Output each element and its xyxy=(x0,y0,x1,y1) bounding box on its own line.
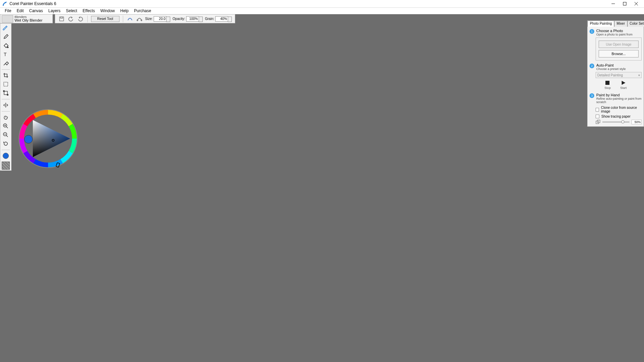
zoom-out-tool[interactable] xyxy=(1,131,10,139)
size-field[interactable]: Size: 20.0 xyxy=(145,16,171,22)
grain-field[interactable]: Grain: 40% xyxy=(205,16,232,22)
clone-color-checkbox[interactable]: Clone color from source image xyxy=(596,106,642,113)
undo-icon[interactable] xyxy=(67,15,75,23)
step-3-title: Paint by Hand xyxy=(596,93,642,97)
window-minimize-button[interactable] xyxy=(607,0,619,8)
crop-tool[interactable] xyxy=(1,72,10,79)
straight-stroke-icon[interactable] xyxy=(136,15,143,23)
color-wheel-popup[interactable] xyxy=(18,108,79,169)
current-color-swatch xyxy=(24,135,32,143)
layers-icon xyxy=(596,120,600,124)
step-1-badge: 1 xyxy=(590,29,594,34)
brush-thumbnail xyxy=(2,15,13,23)
svg-marker-26 xyxy=(622,81,625,85)
browse-button[interactable]: Browse... xyxy=(599,50,639,57)
stop-label: Stop xyxy=(604,86,611,90)
menu-canvas[interactable]: Canvas xyxy=(26,8,46,14)
selection-tool[interactable] xyxy=(1,80,10,88)
opacity-field[interactable]: Opacity: 100% xyxy=(173,16,203,22)
menu-select[interactable]: Select xyxy=(63,8,80,14)
menu-help[interactable]: Help xyxy=(117,8,131,14)
use-open-image-button[interactable]: Use Open Image xyxy=(599,41,639,48)
toolbox-separator xyxy=(1,110,10,112)
app-title: Corel Painter Essentials 6 xyxy=(9,1,56,6)
brush-tool[interactable] xyxy=(1,24,10,32)
zoom-in-tool[interactable] xyxy=(1,122,10,130)
step-1-title: Choose a Photo xyxy=(596,29,632,33)
opacity-value[interactable]: 100% xyxy=(186,16,199,22)
freehand-stroke-icon[interactable] xyxy=(126,15,134,23)
step-2-subtitle: Choose a preset style xyxy=(596,67,626,71)
titlebar: Corel Painter Essentials 6 xyxy=(0,0,644,8)
tool-options: Reset Tool Size: 20.0 Opacity: 100% Grai… xyxy=(55,14,235,23)
grabber-tool[interactable] xyxy=(1,114,10,121)
grain-label: Grain: xyxy=(205,17,214,21)
start-label: Start xyxy=(620,86,627,90)
tracing-paper-checkbox[interactable]: Show tracing paper xyxy=(596,115,642,118)
transform-tool[interactable] xyxy=(1,89,10,97)
svg-rect-25 xyxy=(605,81,609,85)
start-button[interactable]: Start xyxy=(620,80,627,90)
panel-tabs: Photo Painting Mixer Color Set xyxy=(587,21,644,27)
toolbox-separator xyxy=(1,98,10,100)
menu-file[interactable]: File xyxy=(2,8,14,14)
step-1-subtitle: Open a photo to paint from xyxy=(596,33,632,36)
size-value[interactable]: 20.0 xyxy=(154,16,166,22)
brush-name: Wet Oily Blender xyxy=(15,19,42,22)
sv-triangle[interactable] xyxy=(33,120,70,157)
clone-color-label: Clone color from source image xyxy=(601,106,642,113)
svg-rect-1 xyxy=(623,2,626,5)
tab-color-set[interactable]: Color Set xyxy=(627,21,644,27)
paintbucket-tool[interactable] xyxy=(1,42,10,49)
reset-tool-button[interactable]: Reset Tool xyxy=(91,16,119,22)
step-2-title: Auto-Paint xyxy=(596,63,626,67)
menubar: File Edit Canvas Layers Select Effects W… xyxy=(0,8,644,14)
menu-edit[interactable]: Edit xyxy=(14,8,26,14)
step-3-subtitle: Refine auto-painting or paint from scrat… xyxy=(596,97,642,104)
property-bar: Blenders Wet Oily Blender Reset Tool Siz… xyxy=(0,14,644,23)
grain-value[interactable]: 40% xyxy=(215,16,228,22)
svg-rect-5 xyxy=(61,17,63,18)
menu-effects[interactable]: Effects xyxy=(80,8,97,14)
svg-rect-13 xyxy=(7,94,8,95)
canvas-area[interactable] xyxy=(0,23,644,362)
svg-line-20 xyxy=(6,136,8,137)
tracing-opacity-value: 50% xyxy=(631,120,642,124)
text-tool[interactable]: T xyxy=(1,51,10,58)
opacity-label: Opacity: xyxy=(173,17,185,21)
brush-selector[interactable]: Blenders Wet Oily Blender xyxy=(0,14,53,23)
mirror-tool[interactable] xyxy=(1,101,10,109)
step-3-badge: 3 xyxy=(590,93,594,98)
hue-ring[interactable] xyxy=(19,110,77,168)
menu-layers[interactable]: Layers xyxy=(46,8,63,14)
tab-photo-painting[interactable]: Photo Painting xyxy=(587,21,614,27)
size-label: Size: xyxy=(145,17,153,21)
rotate-tool[interactable] xyxy=(1,140,10,147)
svg-marker-24 xyxy=(33,120,70,157)
svg-text:T: T xyxy=(4,52,7,57)
app-icon xyxy=(2,1,7,6)
preset-dropdown[interactable]: Detailed Painting xyxy=(596,72,642,78)
eraser-tool[interactable] xyxy=(1,59,10,67)
svg-line-16 xyxy=(6,127,8,128)
foreground-color-swatch[interactable] xyxy=(3,153,9,159)
step-2-badge: 2 xyxy=(590,64,594,68)
right-panel: Photo Painting Mixer Color Set 1 Choose … xyxy=(587,20,644,127)
window-maximize-button[interactable] xyxy=(619,0,630,8)
svg-rect-12 xyxy=(3,91,4,92)
tab-mixer[interactable]: Mixer xyxy=(614,21,627,27)
svg-rect-4 xyxy=(60,17,64,21)
paper-texture-swatch[interactable] xyxy=(2,162,10,170)
tracing-opacity-slider[interactable]: 50% xyxy=(596,120,642,124)
svg-point-8 xyxy=(7,47,8,48)
redo-icon[interactable] xyxy=(76,15,84,23)
stop-button[interactable]: Stop xyxy=(604,80,611,90)
svg-rect-10 xyxy=(4,82,8,86)
save-icon[interactable] xyxy=(58,15,65,23)
menu-window[interactable]: Window xyxy=(98,8,118,14)
toolbox-separator xyxy=(1,149,10,151)
toolbox: T xyxy=(0,23,12,171)
window-close-button[interactable] xyxy=(630,0,642,8)
dropper-tool[interactable] xyxy=(1,33,10,41)
menu-purchase[interactable]: Purchase xyxy=(131,8,154,14)
